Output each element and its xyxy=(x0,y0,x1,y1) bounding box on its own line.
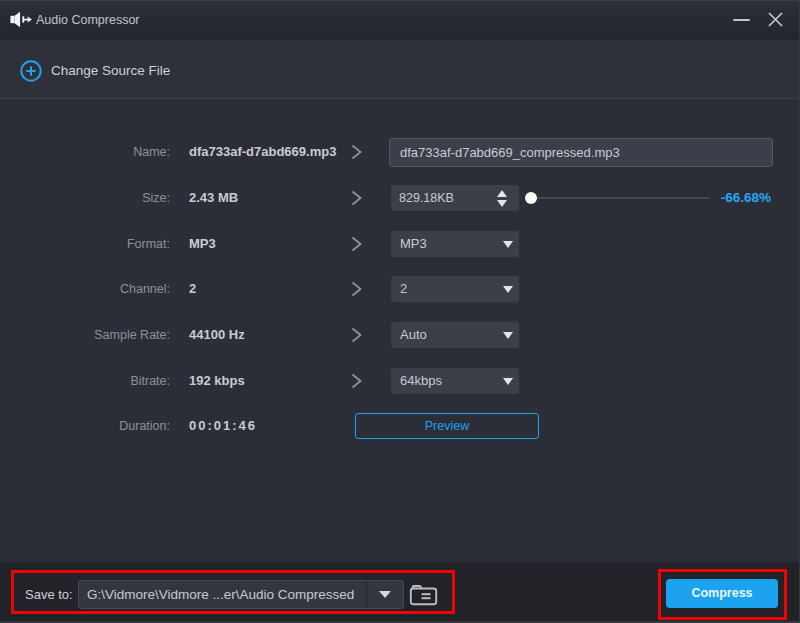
sample-rate-row: Sample Rate: 44100 Hz Auto xyxy=(0,320,800,350)
spinner-arrows xyxy=(497,190,508,207)
format-row: Format: MP3 MP3 xyxy=(0,229,800,259)
bitrate-row: Bitrate: 192 kbps 64kbps xyxy=(0,366,800,396)
name-label: Name: xyxy=(0,137,170,167)
chevron-right-icon xyxy=(351,281,362,297)
save-area-annotation-box xyxy=(11,570,455,614)
sample-rate-selected-value: Auto xyxy=(400,327,427,342)
sample-rate-dropdown[interactable]: Auto xyxy=(391,322,519,348)
bitrate-selected-value: 64kbps xyxy=(400,373,442,388)
chevron-right-icon xyxy=(351,327,362,343)
change-source-file-button[interactable]: Change Source File xyxy=(20,59,170,82)
chevron-right-icon xyxy=(351,144,362,160)
preview-button[interactable]: Preview xyxy=(355,413,539,439)
title-bar: Audio Compressor xyxy=(0,0,800,40)
spinner-down-icon[interactable] xyxy=(497,200,507,207)
size-slider-handle[interactable] xyxy=(525,192,537,204)
speaker-icon xyxy=(10,11,32,28)
name-row: Name: dfa733af-d7abd669.mp3 dfa733af-d7a… xyxy=(0,137,800,167)
settings-panel: Name: dfa733af-d7abd669.mp3 dfa733af-d7a… xyxy=(0,100,800,562)
chevron-right-icon xyxy=(351,236,362,252)
dropdown-caret-icon xyxy=(503,332,513,339)
spinner-up-icon[interactable] xyxy=(497,190,507,197)
format-label: Format: xyxy=(0,229,170,259)
size-label: Size: xyxy=(0,183,170,213)
bitrate-dropdown[interactable]: 64kbps xyxy=(391,368,519,394)
name-source-value: dfa733af-d7abd669.mp3 xyxy=(189,137,336,167)
header-bar: Change Source File xyxy=(0,40,800,99)
target-size-spinner[interactable]: 829.18KB xyxy=(391,185,519,211)
format-selected-value: MP3 xyxy=(400,236,427,251)
audio-compressor-window: Audio Compressor Change Source File Name… xyxy=(0,0,800,623)
channel-row: Channel: 2 2 xyxy=(0,274,800,304)
dropdown-caret-icon xyxy=(503,241,513,248)
dropdown-caret-icon xyxy=(503,378,513,385)
duration-label: Duration: xyxy=(0,411,170,441)
size-reduction-percent: -66.68% xyxy=(721,183,771,213)
minimize-button[interactable] xyxy=(724,1,758,39)
duration-row: Duration: 00:01:46 Preview xyxy=(0,411,800,441)
minimize-icon xyxy=(733,19,750,21)
size-slider xyxy=(528,183,710,213)
chevron-right-icon xyxy=(351,373,362,389)
size-source-value: 2.43 MB xyxy=(189,183,238,213)
close-icon xyxy=(768,12,783,27)
sample-rate-source-value: 44100 Hz xyxy=(189,320,245,350)
channel-dropdown[interactable]: 2 xyxy=(391,276,519,302)
dropdown-caret-icon xyxy=(503,286,513,293)
format-source-value: MP3 xyxy=(189,229,216,259)
window-title: Audio Compressor xyxy=(36,1,140,39)
target-size-value: 829.18KB xyxy=(399,191,454,205)
footer-bar: Save to: G:\Vidmore\Vidmore ...er\Audio … xyxy=(0,562,800,623)
channel-selected-value: 2 xyxy=(400,281,407,296)
bitrate-source-value: 192 kbps xyxy=(189,366,245,396)
close-button[interactable] xyxy=(758,1,792,39)
channel-source-value: 2 xyxy=(189,274,196,304)
chevron-right-icon xyxy=(351,190,362,206)
sample-rate-label: Sample Rate: xyxy=(0,320,170,350)
compress-annotation-box xyxy=(658,569,787,620)
format-dropdown[interactable]: MP3 xyxy=(391,231,519,257)
plus-circle-icon xyxy=(20,60,42,82)
channel-label: Channel: xyxy=(0,274,170,304)
duration-value: 00:01:46 xyxy=(189,411,257,441)
change-source-file-label: Change Source File xyxy=(51,63,170,78)
size-slider-track[interactable] xyxy=(528,197,710,199)
output-name-input[interactable]: dfa733af-d7abd669_compressed.mp3 xyxy=(389,138,773,167)
size-row: Size: 2.43 MB 829.18KB -66.68% xyxy=(0,183,800,213)
bitrate-label: Bitrate: xyxy=(0,366,170,396)
